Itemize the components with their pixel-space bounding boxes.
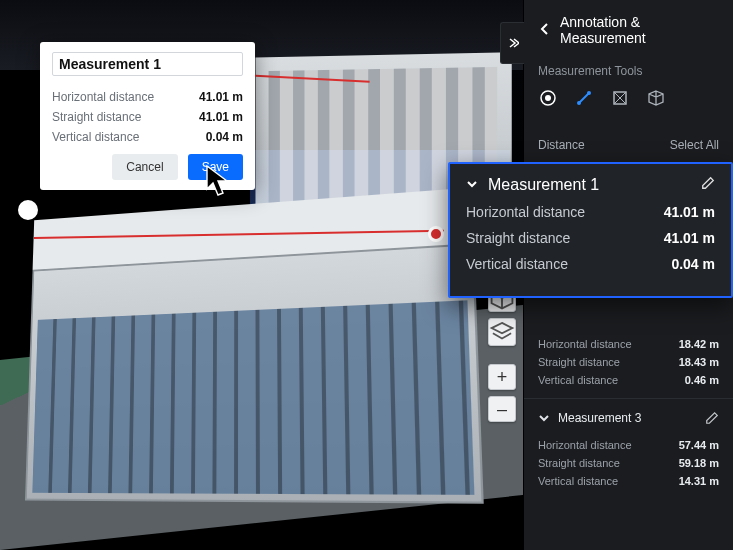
measurement-group: Measurement 3 Horizontal distance 57.44 … <box>524 398 733 499</box>
panel-title: Annotation & Measurement <box>560 14 719 46</box>
row-label: Straight distance <box>538 356 620 368</box>
row-value: 57.44 m <box>679 439 719 451</box>
marker-end[interactable] <box>428 226 444 242</box>
row-label: Straight distance <box>52 110 141 124</box>
row-label: Vertical distance <box>466 256 568 272</box>
layers-icon[interactable] <box>488 318 516 346</box>
measurement-title: Measurement 3 <box>558 411 641 425</box>
row-value: 0.04 m <box>671 256 715 272</box>
dialog-row: Horizontal distance 41.01 m <box>52 90 243 104</box>
row-label: Horizontal distance <box>52 90 154 104</box>
zoom-out-button[interactable]: – <box>488 396 516 422</box>
row-value: 14.31 m <box>679 475 719 487</box>
row-label: Horizontal distance <box>538 439 632 451</box>
measurement-tools <box>524 78 733 122</box>
measurement-name-input[interactable] <box>52 52 243 76</box>
back-icon[interactable] <box>538 22 552 39</box>
tool-point-icon[interactable] <box>538 88 558 108</box>
tool-area-icon[interactable] <box>610 88 630 108</box>
dialog-row: Straight distance 41.01 m <box>52 110 243 124</box>
row-label: Horizontal distance <box>538 338 632 350</box>
measurement-title: Measurement 1 <box>488 176 599 194</box>
measurement-group: Horizontal distance 18.42 m Straight dis… <box>524 328 733 398</box>
cancel-button[interactable]: Cancel <box>112 154 177 180</box>
svg-point-1 <box>545 95 551 101</box>
row-value: 0.04 m <box>206 130 243 144</box>
feature-row: Straight distance 41.01 m <box>466 230 715 246</box>
zoom-in-button[interactable]: + <box>488 364 516 390</box>
list-row: Horizontal distance 18.42 m <box>538 338 719 350</box>
feature-row: Vertical distance 0.04 m <box>466 256 715 272</box>
list-row: Horizontal distance 57.44 m <box>538 439 719 451</box>
row-label: Straight distance <box>466 230 570 246</box>
marker-start[interactable] <box>18 200 38 220</box>
row-value: 18.43 m <box>679 356 719 368</box>
dialog-row: Vertical distance 0.04 m <box>52 130 243 144</box>
row-label: Vertical distance <box>538 374 618 386</box>
row-value: 0.46 m <box>685 374 719 386</box>
list-row: Straight distance 18.43 m <box>538 356 719 368</box>
panel-collapse-button[interactable] <box>500 22 524 64</box>
distance-label: Distance <box>538 138 585 152</box>
row-value: 18.42 m <box>679 338 719 350</box>
list-row: Vertical distance 0.46 m <box>538 374 719 386</box>
row-label: Straight distance <box>538 457 620 469</box>
tool-volume-icon[interactable] <box>646 88 666 108</box>
tool-line-icon[interactable] <box>574 88 594 108</box>
row-value: 59.18 m <box>679 457 719 469</box>
svg-line-4 <box>579 93 589 103</box>
measurement-card-expanded: Measurement 1 Horizontal distance 41.01 … <box>448 162 733 298</box>
row-label: Vertical distance <box>538 475 618 487</box>
distance-section-header: Distance Select All <box>524 128 733 162</box>
edit-icon[interactable] <box>705 411 719 425</box>
row-value: 41.01 m <box>199 110 243 124</box>
viewport-tools: + – <box>488 284 516 422</box>
tools-heading: Measurement Tools <box>524 64 733 78</box>
chevron-down-icon <box>538 412 550 424</box>
measurement-header[interactable]: Measurement 3 <box>524 403 733 433</box>
row-label: Vertical distance <box>52 130 139 144</box>
chevron-down-icon[interactable] <box>466 176 478 194</box>
select-all-link[interactable]: Select All <box>670 138 719 152</box>
row-value: 41.01 m <box>199 90 243 104</box>
cursor-icon <box>205 165 231 197</box>
row-value: 41.01 m <box>664 204 715 220</box>
feature-row: Horizontal distance 41.01 m <box>466 204 715 220</box>
list-row: Vertical distance 14.31 m <box>538 475 719 487</box>
list-row: Straight distance 59.18 m <box>538 457 719 469</box>
edit-icon[interactable] <box>701 176 715 194</box>
row-label: Horizontal distance <box>466 204 585 220</box>
row-value: 41.01 m <box>664 230 715 246</box>
